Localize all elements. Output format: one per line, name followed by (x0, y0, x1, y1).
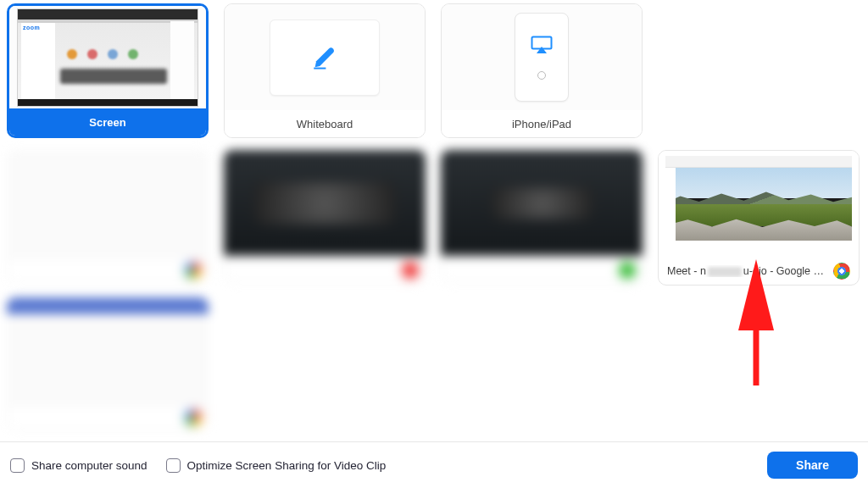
share-source-grid: zoom Screen Whiteboa (0, 0, 868, 431)
chrome-icon (833, 263, 850, 280)
app-icon (619, 262, 636, 279)
checkbox-box[interactable] (166, 458, 181, 473)
window-thumbnail (659, 151, 859, 258)
window-tile-meet-chrome[interactable]: Meet - nu-gjo - Google C… (658, 150, 860, 286)
whiteboard-thumbnail (225, 4, 425, 110)
checkbox-optimize-video-clip[interactable]: Optimize Screen Sharing for Video Clip (166, 458, 387, 473)
app-icon (185, 262, 202, 279)
footer-bar: Share computer sound Optimize Screen Sha… (0, 441, 868, 488)
airplay-icon (531, 36, 553, 54)
source-tile-whiteboard[interactable]: Whiteboard (224, 3, 426, 138)
source-tile-screen[interactable]: zoom Screen (7, 3, 209, 138)
pen-icon (310, 43, 339, 72)
checkbox-label: Optimize Screen Sharing for Video Clip (187, 459, 387, 472)
window-tile-blurred[interactable] (7, 150, 209, 284)
checkbox-label: Share computer sound (31, 459, 147, 472)
window-tile-blurred[interactable] (441, 150, 643, 284)
screen-thumbnail: zoom (9, 6, 206, 108)
iphone-ipad-thumbnail (442, 4, 642, 110)
share-button[interactable]: Share (767, 452, 858, 479)
app-icon (185, 409, 202, 426)
empty-cell (658, 3, 860, 138)
source-label: iPhone/iPad (442, 110, 642, 137)
window-tile-blurred[interactable] (7, 297, 209, 431)
checkbox-share-sound[interactable]: Share computer sound (10, 458, 147, 473)
window-tile-blurred[interactable] (224, 150, 426, 284)
window-label: Meet - nu-gjo - Google C… (667, 265, 828, 277)
source-label: Whiteboard (225, 110, 425, 137)
source-tile-iphone-ipad[interactable]: iPhone/iPad (441, 3, 643, 138)
source-label: Screen (9, 108, 206, 136)
svg-rect-0 (314, 67, 326, 69)
checkbox-box[interactable] (10, 458, 25, 473)
app-icon (402, 262, 419, 279)
